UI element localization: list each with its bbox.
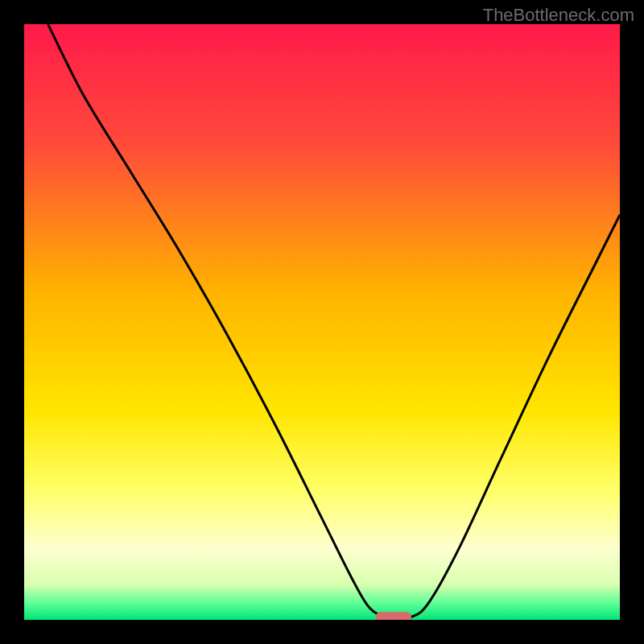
chart-frame: [24, 24, 620, 620]
optimal-marker: [376, 612, 411, 620]
bottleneck-chart: [24, 24, 620, 620]
gradient-background: [24, 24, 620, 620]
watermark-text: TheBottleneck.com: [483, 5, 634, 26]
